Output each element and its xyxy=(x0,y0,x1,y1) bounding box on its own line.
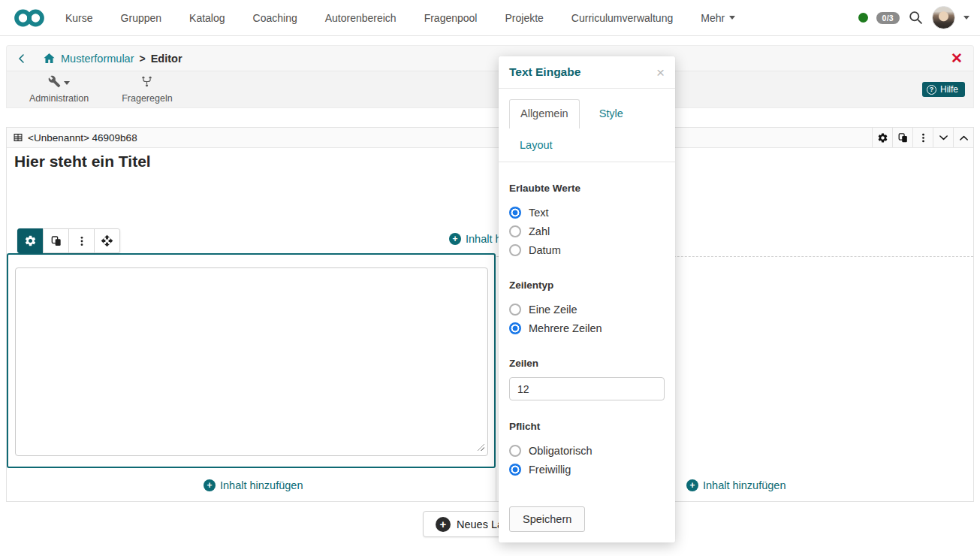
add-content-label: Inhalt hinzufügen xyxy=(220,479,303,491)
form-container-block: <Unbenannt> 46909b68 Hie xyxy=(6,127,974,502)
main-menu: Kurse Gruppen Katalog Coaching Autorenbe… xyxy=(65,12,735,24)
radio-option-freiwillig[interactable]: Freiwillig xyxy=(509,460,665,479)
editor-toolbar: Administration Frageregeln ? Hilfe xyxy=(6,71,974,108)
home-icon[interactable] xyxy=(43,52,56,65)
menu-item-katalog[interactable]: Katalog xyxy=(189,12,225,24)
radio-option-eine-zeile[interactable]: Eine Zeile xyxy=(509,300,665,319)
close-tool-icon[interactable]: ✕ xyxy=(951,51,963,65)
breadcrumb: Musterformular > Editor ✕ xyxy=(6,45,974,71)
menu-item-kurse[interactable]: Kurse xyxy=(65,12,93,24)
section-label-erlaubte-werte: Erlaubte Werte xyxy=(509,183,665,194)
radio-option-text[interactable]: Text xyxy=(509,203,665,222)
column-divider xyxy=(496,468,496,501)
hilfe-button[interactable]: ? Hilfe xyxy=(922,82,965,97)
breadcrumb-link-musterformular[interactable]: Musterformular xyxy=(61,53,134,65)
add-content-label: Inhalt hinzufügen xyxy=(703,479,786,491)
presence-status-icon xyxy=(858,13,868,23)
zeilen-input[interactable] xyxy=(509,377,665,400)
radio-selected-icon xyxy=(509,322,521,334)
container-title: <Unbenannt> 46909b68 xyxy=(28,132,137,144)
form-title-element[interactable]: Hier steht ein Titel xyxy=(14,153,151,171)
radio-unselected-icon xyxy=(509,225,521,237)
speichern-button[interactable]: Speichern xyxy=(509,506,585,532)
menu-item-fragenpool[interactable]: Fragenpool xyxy=(424,12,478,24)
element-toolbar xyxy=(17,228,120,253)
user-avatar[interactable] xyxy=(932,6,955,29)
container-collapse-down-icon[interactable] xyxy=(933,128,953,147)
openolat-logo-icon[interactable] xyxy=(14,8,45,28)
frageregeln-button[interactable]: Frageregeln xyxy=(122,75,172,104)
question-circle-icon: ? xyxy=(927,85,936,95)
text-input-preview-textarea[interactable] xyxy=(15,267,488,456)
radio-unselected-icon xyxy=(509,244,521,256)
tabs-divider xyxy=(499,162,675,162)
breadcrumb-separator: > xyxy=(140,53,146,65)
breadcrumb-current-editor: Editor xyxy=(151,53,182,65)
section-label-zeilentyp: Zeilentyp xyxy=(509,280,665,291)
page: Kurse Gruppen Katalog Coaching Autorenbe… xyxy=(0,0,980,556)
dialog-tabs: Allgemein Style xyxy=(509,99,665,128)
menu-item-autorenbereich[interactable]: Autorenbereich xyxy=(325,12,397,24)
menu-item-coaching[interactable]: Coaching xyxy=(253,12,297,24)
dialog-title: Text Eingabe xyxy=(509,65,580,79)
chevron-down-icon xyxy=(729,16,735,20)
plus-circle-icon: + xyxy=(686,479,698,491)
menu-item-projekte[interactable]: Projekte xyxy=(505,12,543,24)
section-label-zeilen: Zeilen xyxy=(509,358,665,369)
assessment-count-badge[interactable]: 0/3 xyxy=(876,12,900,24)
top-navbar: Kurse Gruppen Katalog Coaching Autorenbe… xyxy=(0,0,980,36)
menu-item-mehr[interactable]: Mehr xyxy=(701,12,735,24)
radio-unselected-icon xyxy=(509,304,521,316)
element-move-icon[interactable] xyxy=(94,228,120,253)
add-content-link-right-column[interactable]: + Inhalt hinzufügen xyxy=(686,479,786,491)
plus-circle-icon: + xyxy=(204,479,216,491)
radio-selected-icon xyxy=(509,207,521,219)
radio-option-mehrere-zeilen[interactable]: Mehrere Zeilen xyxy=(509,319,665,337)
selected-textarea-element[interactable] xyxy=(7,253,496,468)
container-duplicate-icon[interactable] xyxy=(892,128,912,147)
tab-allgemein[interactable]: Allgemein xyxy=(509,99,580,128)
tab-style[interactable]: Style xyxy=(599,107,623,119)
element-settings-gear-icon[interactable] xyxy=(17,228,44,253)
add-content-link-left-column[interactable]: + Inhalt hinzufügen xyxy=(204,479,303,491)
radio-selected-icon xyxy=(509,464,521,476)
menu-mehr-label: Mehr xyxy=(701,12,725,24)
frageregeln-label: Frageregeln xyxy=(122,93,172,104)
text-eingabe-dialog: Text Eingabe × Allgemein Style Layout Er… xyxy=(499,56,675,542)
table-grid-icon xyxy=(13,132,23,143)
element-kebab-menu-icon[interactable] xyxy=(68,228,95,253)
plus-circle-icon: + xyxy=(436,517,451,532)
container-header: <Unbenannt> 46909b68 xyxy=(7,128,973,148)
branch-icon xyxy=(140,75,153,91)
radio-option-zahl[interactable]: Zahl xyxy=(509,222,665,240)
container-actions xyxy=(872,128,973,147)
wrench-icon xyxy=(48,75,61,91)
chevron-down-icon xyxy=(64,81,70,85)
hilfe-label: Hilfe xyxy=(940,84,958,95)
radio-group-zeilentyp: Eine Zeile Mehrere Zeilen xyxy=(509,300,665,337)
section-label-pflicht: Pflicht xyxy=(509,421,665,432)
dialog-close-icon[interactable]: × xyxy=(656,65,665,80)
menu-item-gruppen[interactable]: Gruppen xyxy=(121,12,161,24)
container-kebab-menu-icon[interactable] xyxy=(912,128,933,147)
radio-group-pflicht: Obligatorisch Freiwillig xyxy=(509,441,665,479)
radio-group-erlaubte-werte: Text Zahl Datum xyxy=(509,203,665,259)
administration-label: Administration xyxy=(29,93,89,104)
element-duplicate-icon[interactable] xyxy=(43,228,69,253)
search-icon[interactable] xyxy=(908,10,924,26)
radio-option-obligatorisch[interactable]: Obligatorisch xyxy=(509,441,665,460)
radio-option-datum[interactable]: Datum xyxy=(509,240,665,259)
dialog-body: Allgemein Style Layout Erlaubte Werte Te… xyxy=(499,89,675,532)
administration-button[interactable]: Administration xyxy=(29,75,89,104)
container-collapse-up-icon[interactable] xyxy=(953,128,973,147)
user-menu-chevron-icon[interactable] xyxy=(963,16,969,20)
form-editor-canvas: Hier steht ein Titel + Inhalt hinzufügen xyxy=(7,148,973,501)
navbar-right: 0/3 xyxy=(858,6,970,29)
plus-circle-icon: + xyxy=(449,233,461,245)
tab-layout[interactable]: Layout xyxy=(520,139,553,151)
back-chevron-icon[interactable] xyxy=(16,53,28,65)
dialog-header: Text Eingabe × xyxy=(499,56,675,89)
radio-unselected-icon xyxy=(509,445,521,457)
container-settings-gear-icon[interactable] xyxy=(872,128,892,147)
menu-item-curriculumverwaltung[interactable]: Curriculumverwaltung xyxy=(571,12,673,24)
